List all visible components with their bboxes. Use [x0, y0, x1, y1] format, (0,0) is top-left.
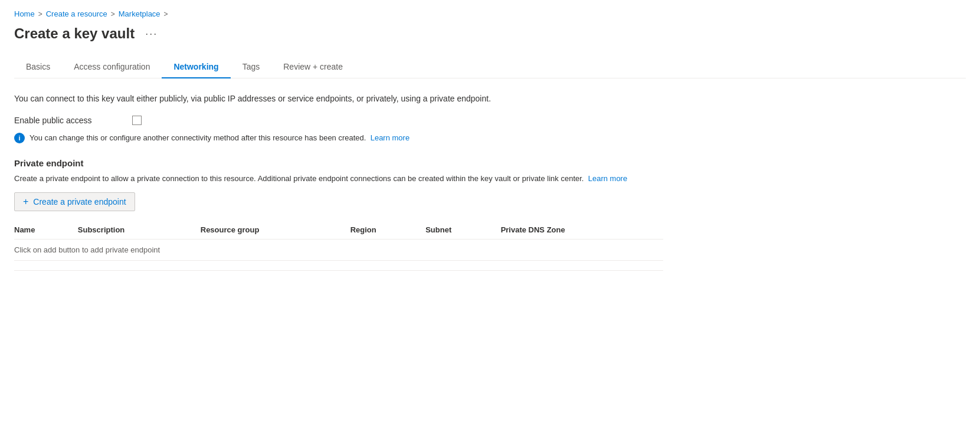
- plus-icon: +: [23, 196, 28, 207]
- enable-public-access-checkbox[interactable]: [132, 116, 142, 125]
- tab-basics[interactable]: Basics: [14, 56, 62, 78]
- breadcrumb-create-resource[interactable]: Create a resource: [46, 9, 107, 18]
- private-endpoint-description: Create a private endpoint to allow a pri…: [14, 173, 663, 185]
- col-private-dns-zone: Private DNS Zone: [501, 221, 663, 240]
- private-endpoint-section: Private endpoint Create a private endpoi…: [14, 158, 663, 271]
- table-empty-message: Click on add button to add private endpo…: [14, 240, 663, 261]
- learn-more-link-private-endpoint[interactable]: Learn more: [588, 174, 627, 183]
- col-name: Name: [14, 221, 78, 240]
- info-icon: i: [14, 133, 25, 143]
- info-row: i You can change this or configure anoth…: [14, 132, 663, 144]
- enable-public-access-checkbox-container: [132, 116, 142, 125]
- col-subnet: Subnet: [425, 221, 500, 240]
- learn-more-link-connectivity[interactable]: Learn more: [371, 133, 409, 142]
- create-private-endpoint-button[interactable]: + Create a private endpoint: [14, 192, 135, 211]
- enable-public-access-row: Enable public access: [14, 116, 663, 125]
- page-title: Create a key vault: [14, 25, 135, 42]
- private-endpoint-title: Private endpoint: [14, 158, 663, 168]
- create-private-endpoint-label: Create a private endpoint: [33, 197, 126, 206]
- page-title-row: Create a key vault ···: [14, 25, 966, 42]
- col-resource-group: Resource group: [201, 221, 350, 240]
- networking-description: You can connect to this key vault either…: [14, 93, 663, 105]
- networking-section: You can connect to this key vault either…: [14, 93, 663, 271]
- tab-networking[interactable]: Networking: [162, 56, 230, 78]
- info-text: You can change this or configure another…: [30, 132, 409, 144]
- breadcrumb-sep-2: >: [111, 10, 115, 18]
- private-endpoints-table: Name Subscription Resource group Region …: [14, 221, 663, 261]
- breadcrumb-sep-3: >: [164, 10, 168, 18]
- bottom-divider: [14, 270, 663, 271]
- enable-public-access-label: Enable public access: [14, 116, 109, 125]
- table-empty-row: Click on add button to add private endpo…: [14, 240, 663, 261]
- col-region: Region: [350, 221, 425, 240]
- table-header-row: Name Subscription Resource group Region …: [14, 221, 663, 240]
- tab-tags[interactable]: Tags: [231, 56, 272, 78]
- breadcrumb: Home > Create a resource > Marketplace >: [14, 9, 966, 18]
- breadcrumb-sep-1: >: [38, 10, 42, 18]
- ellipsis-button[interactable]: ···: [142, 27, 161, 41]
- col-subscription: Subscription: [78, 221, 201, 240]
- tabs-container: Basics Access configuration Networking T…: [14, 56, 966, 78]
- tab-access-configuration[interactable]: Access configuration: [62, 56, 162, 78]
- table-body: Click on add button to add private endpo…: [14, 240, 663, 261]
- table-header: Name Subscription Resource group Region …: [14, 221, 663, 240]
- tab-review-create[interactable]: Review + create: [271, 56, 355, 78]
- breadcrumb-marketplace[interactable]: Marketplace: [119, 9, 160, 18]
- breadcrumb-home[interactable]: Home: [14, 9, 35, 18]
